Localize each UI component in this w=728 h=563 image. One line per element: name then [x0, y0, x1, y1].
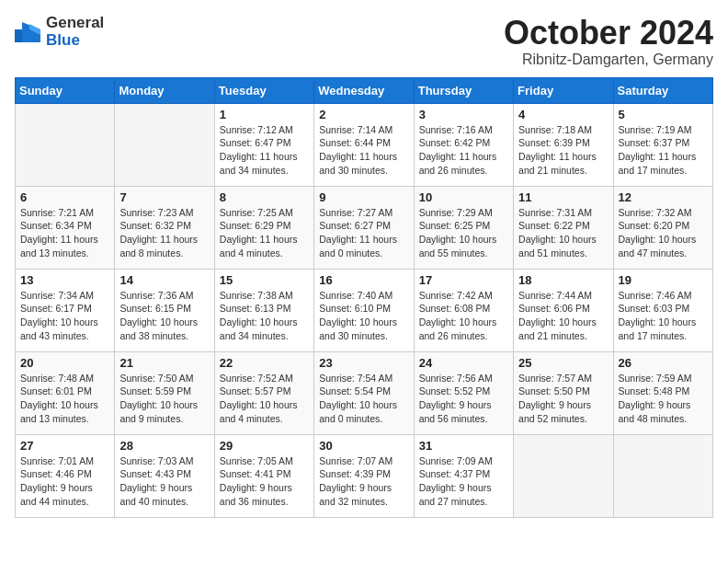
sunset-text: Sunset: 6:44 PM	[319, 136, 408, 150]
day-info: Sunrise: 7:05 AMSunset: 4:41 PMDaylight:…	[220, 454, 309, 509]
sunrise-text: Sunrise: 7:23 AM	[119, 206, 209, 220]
logo-icon	[15, 22, 40, 42]
header-day-monday: Monday	[115, 77, 214, 103]
sunrise-text: Sunrise: 7:25 AM	[220, 206, 309, 220]
sunset-text: Sunset: 6:15 PM	[119, 302, 209, 316]
calendar-cell: 9Sunrise: 7:27 AMSunset: 6:27 PMDaylight…	[314, 186, 414, 269]
daylight-text: Daylight: 11 hours and 17 minutes.	[619, 150, 708, 177]
day-info: Sunrise: 7:40 AMSunset: 6:10 PMDaylight:…	[319, 289, 408, 343]
daylight-text: Daylight: 10 hours and 51 minutes.	[518, 233, 608, 259]
day-number: 15	[220, 273, 309, 287]
header-day-thursday: Thursday	[414, 77, 513, 103]
day-info: Sunrise: 7:03 AMSunset: 4:43 PMDaylight:…	[119, 454, 209, 509]
day-number: 29	[220, 439, 309, 453]
day-number: 25	[518, 356, 608, 370]
logo-blue: Blue	[46, 32, 104, 50]
location-title: Ribnitz-Damgarten, Germany	[504, 52, 713, 68]
sunset-text: Sunset: 6:17 PM	[20, 302, 109, 316]
daylight-text: Daylight: 10 hours and 21 minutes.	[518, 316, 608, 342]
day-number: 20	[20, 356, 109, 370]
daylight-text: Daylight: 10 hours and 9 minutes.	[119, 398, 209, 425]
sunset-text: Sunset: 6:13 PM	[220, 302, 309, 316]
sunrise-text: Sunrise: 7:46 AM	[619, 289, 708, 303]
calendar-cell: 30Sunrise: 7:07 AMSunset: 4:39 PMDayligh…	[314, 434, 414, 517]
day-number: 2	[319, 108, 408, 121]
sunrise-text: Sunrise: 7:29 AM	[419, 206, 508, 220]
calendar-cell	[16, 103, 115, 186]
day-info: Sunrise: 7:18 AMSunset: 6:39 PMDaylight:…	[518, 123, 608, 178]
daylight-text: Daylight: 10 hours and 0 minutes.	[319, 398, 408, 425]
daylight-text: Daylight: 9 hours and 36 minutes.	[220, 481, 309, 508]
sunrise-text: Sunrise: 7:05 AM	[220, 454, 309, 468]
sunrise-text: Sunrise: 7:42 AM	[419, 289, 508, 303]
sunrise-text: Sunrise: 7:57 AM	[518, 372, 608, 385]
day-info: Sunrise: 7:46 AMSunset: 6:03 PMDaylight:…	[619, 289, 708, 343]
day-info: Sunrise: 7:29 AMSunset: 6:25 PMDaylight:…	[419, 206, 508, 260]
logo-general: General	[46, 15, 104, 32]
calendar-week-5: 27Sunrise: 7:01 AMSunset: 4:46 PMDayligh…	[16, 434, 713, 517]
calendar-cell: 1Sunrise: 7:12 AMSunset: 6:47 PMDaylight…	[214, 103, 313, 186]
calendar-cell: 6Sunrise: 7:21 AMSunset: 6:34 PMDaylight…	[16, 186, 115, 269]
day-info: Sunrise: 7:50 AMSunset: 5:59 PMDaylight:…	[119, 372, 209, 426]
day-number: 10	[419, 190, 508, 204]
sunrise-text: Sunrise: 7:38 AM	[220, 289, 309, 303]
sunset-text: Sunset: 6:08 PM	[419, 302, 508, 316]
sunrise-text: Sunrise: 7:19 AM	[619, 123, 708, 137]
day-info: Sunrise: 7:31 AMSunset: 6:22 PMDaylight:…	[518, 206, 608, 260]
sunset-text: Sunset: 6:25 PM	[419, 219, 508, 233]
day-info: Sunrise: 7:12 AMSunset: 6:47 PMDaylight:…	[220, 123, 309, 178]
day-number: 24	[419, 356, 508, 370]
daylight-text: Daylight: 9 hours and 52 minutes.	[518, 398, 608, 425]
sunrise-text: Sunrise: 7:50 AM	[119, 372, 209, 385]
sunrise-text: Sunrise: 7:16 AM	[419, 123, 508, 137]
calendar-cell	[514, 434, 613, 517]
daylight-text: Daylight: 10 hours and 17 minutes.	[619, 316, 708, 342]
calendar-cell	[613, 434, 712, 517]
sunset-text: Sunset: 4:46 PM	[20, 467, 109, 481]
header-day-friday: Friday	[514, 77, 613, 103]
calendar-cell: 23Sunrise: 7:54 AMSunset: 5:54 PMDayligh…	[314, 351, 414, 434]
daylight-text: Daylight: 10 hours and 38 minutes.	[119, 316, 209, 342]
sunrise-text: Sunrise: 7:01 AM	[20, 454, 109, 468]
calendar-cell: 19Sunrise: 7:46 AMSunset: 6:03 PMDayligh…	[613, 269, 712, 351]
day-number: 3	[419, 108, 508, 121]
calendar-cell: 21Sunrise: 7:50 AMSunset: 5:59 PMDayligh…	[115, 351, 214, 434]
day-number: 1	[220, 108, 309, 121]
day-info: Sunrise: 7:44 AMSunset: 6:06 PMDaylight:…	[518, 289, 608, 343]
sunset-text: Sunset: 6:10 PM	[319, 302, 408, 316]
sunrise-text: Sunrise: 7:32 AM	[619, 206, 708, 220]
sunset-text: Sunset: 6:22 PM	[518, 219, 608, 233]
calendar-cell: 28Sunrise: 7:03 AMSunset: 4:43 PMDayligh…	[115, 434, 214, 517]
day-info: Sunrise: 7:27 AMSunset: 6:27 PMDaylight:…	[319, 206, 408, 260]
sunset-text: Sunset: 6:39 PM	[518, 136, 608, 150]
daylight-text: Daylight: 9 hours and 48 minutes.	[619, 398, 708, 425]
sunrise-text: Sunrise: 7:56 AM	[419, 372, 508, 385]
day-number: 13	[20, 273, 109, 287]
calendar-cell: 10Sunrise: 7:29 AMSunset: 6:25 PMDayligh…	[414, 186, 513, 269]
sunrise-text: Sunrise: 7:12 AM	[220, 123, 309, 137]
day-number: 14	[119, 273, 209, 287]
sunset-text: Sunset: 4:41 PM	[220, 467, 309, 481]
sunset-text: Sunset: 6:01 PM	[20, 385, 109, 398]
day-info: Sunrise: 7:59 AMSunset: 5:48 PMDaylight:…	[619, 372, 708, 426]
calendar-cell	[115, 103, 214, 186]
sunrise-text: Sunrise: 7:03 AM	[119, 454, 209, 468]
sunrise-text: Sunrise: 7:40 AM	[319, 289, 408, 303]
sunrise-text: Sunrise: 7:14 AM	[319, 123, 408, 137]
calendar-cell: 7Sunrise: 7:23 AMSunset: 6:32 PMDaylight…	[115, 186, 214, 269]
day-number: 17	[419, 273, 508, 287]
day-info: Sunrise: 7:09 AMSunset: 4:37 PMDaylight:…	[419, 454, 508, 509]
logo: General Blue	[15, 15, 104, 49]
calendar-cell: 26Sunrise: 7:59 AMSunset: 5:48 PMDayligh…	[613, 351, 712, 434]
sunset-text: Sunset: 4:39 PM	[319, 467, 408, 481]
sunset-text: Sunset: 5:48 PM	[619, 385, 708, 398]
sunset-text: Sunset: 6:32 PM	[119, 219, 209, 233]
sunrise-text: Sunrise: 7:36 AM	[119, 289, 209, 303]
sunrise-text: Sunrise: 7:48 AM	[20, 372, 109, 385]
sunset-text: Sunset: 5:54 PM	[319, 385, 408, 398]
sunset-text: Sunset: 4:43 PM	[119, 467, 209, 481]
day-number: 6	[20, 190, 109, 204]
calendar-cell: 17Sunrise: 7:42 AMSunset: 6:08 PMDayligh…	[414, 269, 513, 351]
calendar-cell: 15Sunrise: 7:38 AMSunset: 6:13 PMDayligh…	[214, 269, 313, 351]
calendar-week-1: 1Sunrise: 7:12 AMSunset: 6:47 PMDaylight…	[16, 103, 713, 186]
